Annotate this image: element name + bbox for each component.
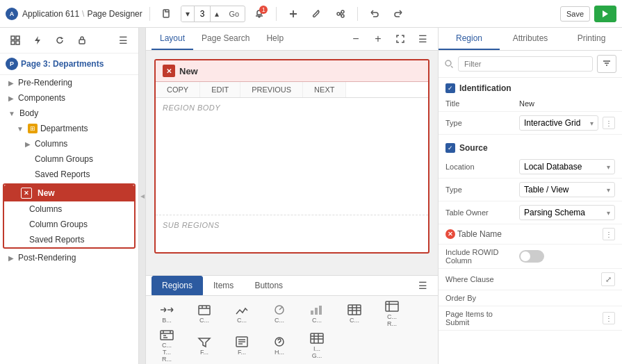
bottom-tab-more[interactable]: ☰ <box>413 276 432 295</box>
bottom-icon-help[interactable]: H... <box>261 331 297 361</box>
bottom-icon-form[interactable]: F... <box>224 331 260 361</box>
chart2-label: C... <box>275 317 284 324</box>
page-up-btn[interactable]: ▴ <box>211 6 223 22</box>
notification-btn[interactable]: 1 <box>249 4 269 24</box>
region-body-label: REGION BODY <box>156 98 428 117</box>
svg-marker-9 <box>35 36 40 44</box>
bottom-icon-cal2[interactable]: C... T... R... <box>149 331 185 361</box>
save-button[interactable]: Save <box>560 6 590 22</box>
tab-regions[interactable]: Regions <box>152 276 203 295</box>
prop-title-row: Title New <box>439 96 622 112</box>
bottom-tabs: Regions Items Buttons ☰ <box>146 275 438 295</box>
run-button[interactable] <box>594 6 616 22</box>
sidebar-item-new-columns[interactable]: Columns <box>4 201 134 217</box>
tab-items[interactable]: Items <box>203 276 244 295</box>
sidebar-item-columns[interactable]: ▶ Columns <box>0 136 138 151</box>
redo-icon[interactable] <box>388 4 408 24</box>
prop-source-type-row: Type Table / View ▾ <box>439 179 622 201</box>
type-menu-btn[interactable]: ⋮ <box>603 117 615 129</box>
where-clause-expand-btn[interactable]: ⤢ <box>601 272 615 286</box>
region-close-btn[interactable]: ✕ <box>163 65 175 77</box>
rowid-label: Include ROWID Column <box>445 248 515 265</box>
prop-rowid-row: Include ROWID Column <box>439 245 622 269</box>
shared-icon[interactable] <box>331 4 350 24</box>
sidebar-item-components[interactable]: ▶ Components <box>0 90 138 106</box>
tab-buttons[interactable]: Buttons <box>244 276 293 295</box>
undo-icon[interactable] <box>365 4 384 24</box>
bottom-more-icon[interactable]: ☰ <box>413 276 432 295</box>
bottom-icon-breadcrumb[interactable]: B... <box>149 299 185 329</box>
rowid-toggle[interactable] <box>519 250 544 263</box>
table-owner-label: Table Owner <box>445 208 515 217</box>
svg-rect-13 <box>311 311 313 315</box>
sidebar-item-body[interactable]: ▼ Body <box>0 106 138 121</box>
type-prop-select[interactable]: Interactive Grid ▾ <box>519 115 598 131</box>
sidebar-item-new-region[interactable]: ✕ New <box>4 185 134 201</box>
sidebar-label: Departments <box>40 124 88 133</box>
previous-btn[interactable]: PREVIOUS <box>240 82 303 97</box>
tab-region[interactable]: Region <box>439 28 500 50</box>
zoom-out-icon[interactable]: − <box>346 29 366 49</box>
tab-attributes[interactable]: Attributes <box>500 28 561 50</box>
bottom-icon-chart1[interactable]: C... <box>224 299 260 329</box>
help-label: H... <box>275 349 284 356</box>
bottom-icon-chart2[interactable]: C... <box>261 299 297 329</box>
filter-input[interactable] <box>458 56 593 72</box>
edit-btn[interactable]: EDIT <box>200 82 240 97</box>
panel-refresh-icon[interactable] <box>50 31 69 50</box>
bottom-icon-filter[interactable]: F... <box>186 331 222 361</box>
sidebar-item-post-rendering[interactable]: ▶ Post-Rendering <box>0 250 138 265</box>
sidebar-item-saved-reports[interactable]: Saved Reports <box>0 167 138 182</box>
page-items-label: Page Items to Submit <box>445 310 515 326</box>
filter-options-btn[interactable] <box>597 55 616 73</box>
title-prop-value: New <box>519 99 615 108</box>
location-prop-select[interactable]: Local Database ▾ <box>519 159 615 174</box>
copy-btn[interactable]: COPY <box>156 82 200 97</box>
bottom-icon-bar[interactable]: C... <box>299 299 335 329</box>
left-panel-resize-handle[interactable]: ◀ <box>139 28 146 364</box>
source-check-icon: ✓ <box>445 143 455 153</box>
svg-rect-21 <box>311 333 323 343</box>
center-more-icon[interactable]: ☰ <box>413 29 432 49</box>
zoom-in-icon[interactable]: + <box>368 29 388 49</box>
page-file-icon[interactable] <box>157 4 177 24</box>
fullscreen-icon[interactable] <box>391 29 410 49</box>
sidebar-item-new-saved-reports[interactable]: Saved Reports <box>4 232 134 247</box>
tab-layout[interactable]: Layout <box>152 28 193 50</box>
identification-label: Identification <box>459 83 511 93</box>
tab-help[interactable]: Help <box>258 28 292 50</box>
sidebar-label: Columns <box>35 139 67 149</box>
page-designer-label: Page Designer <box>87 9 142 19</box>
source-type-value: Table / View <box>524 185 568 195</box>
sidebar-item-pre-rendering[interactable]: ▶ Pre-Rendering <box>0 75 138 90</box>
tab-printing[interactable]: Printing <box>561 28 622 50</box>
page-prev-btn[interactable]: ▾ <box>181 6 194 22</box>
page-items-menu-btn[interactable]: ⋮ <box>603 312 615 324</box>
table-name-label: ✕ Table Name <box>445 229 515 239</box>
sidebar-item-departments[interactable]: ▼ ⊞ Departments <box>0 121 138 136</box>
panel-more-icon[interactable]: ☰ <box>113 31 133 50</box>
toolbar-sep2 <box>276 7 277 21</box>
panel-lock-icon[interactable] <box>72 31 92 50</box>
table-owner-select[interactable]: Parsing Schema ▾ <box>519 205 615 220</box>
source-type-select[interactable]: Table / View ▾ <box>519 182 615 197</box>
bottom-icon-calendar[interactable]: C... <box>186 299 222 329</box>
bottom-icons-area: B... C... C... C... <box>146 295 438 364</box>
sidebar-item-new-column-groups[interactable]: Column Groups <box>4 217 134 232</box>
panel-layout-icon[interactable] <box>6 31 25 50</box>
table-name-error-icon: ✕ <box>445 229 455 239</box>
panel-flash-icon[interactable] <box>28 31 47 50</box>
bottom-icon-grid2[interactable]: C... R... <box>374 299 410 329</box>
add-icon[interactable] <box>284 4 303 24</box>
page-go-btn[interactable]: Go <box>223 7 245 21</box>
panel-icon-row <box>6 31 92 50</box>
toolbar-sep3 <box>357 7 358 21</box>
table-name-menu-btn[interactable]: ⋮ <box>603 228 615 240</box>
tab-page-search[interactable]: Page Search <box>193 28 258 50</box>
sidebar-item-column-groups[interactable]: Column Groups <box>0 151 138 167</box>
bottom-icon-igrid[interactable]: I... G... <box>299 331 335 361</box>
bottom-icon-grid1[interactable]: C... <box>336 299 373 329</box>
tools-icon[interactable] <box>307 4 327 24</box>
next-btn[interactable]: NEXT <box>303 82 346 97</box>
center-tab-actions: − + ☰ <box>346 29 432 49</box>
